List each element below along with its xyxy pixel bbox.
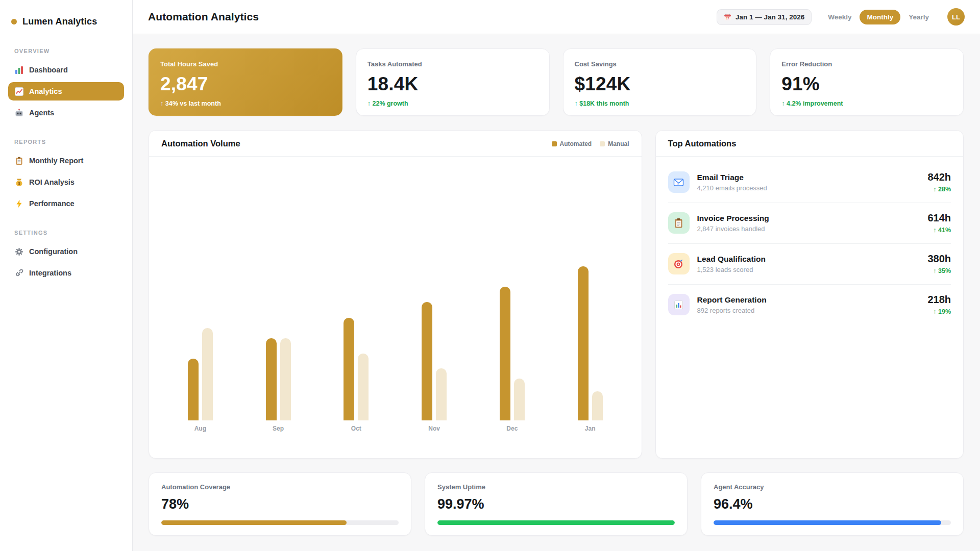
stat-card-total-hours-saved: Total Hours Saved 2,847 ↑ 34% vs last mo… xyxy=(149,48,342,116)
automation-volume-panel: Automation Volume Automated Manual AugSe… xyxy=(149,130,642,459)
topbar: Automation Analytics 17 Jan 1 — Jan 31, … xyxy=(133,0,980,34)
auto-metrics: 380h ↑ 35% xyxy=(927,253,951,274)
stat-label: Tasks Automated xyxy=(368,60,538,68)
kpi-label: Automation Coverage xyxy=(161,483,399,491)
nav-section-label: SETTINGS xyxy=(8,230,124,236)
avatar[interactable]: LL xyxy=(947,8,965,26)
bar-group-oct: Oct xyxy=(344,318,369,432)
kpi-card-agent-accuracy: Agent Accuracy 96.4% xyxy=(701,472,964,536)
auto-text: Invoice Processing 2,847 invoices handle… xyxy=(697,214,769,233)
range-tabs: Weekly Monthly Yearly xyxy=(821,10,936,24)
panel-head: Top Automations xyxy=(656,131,963,157)
legend-swatch-manual xyxy=(600,141,605,146)
bar-group-sep: Sep xyxy=(266,338,291,432)
automation-name: Email Triage xyxy=(697,173,767,182)
link-icon xyxy=(14,268,23,278)
sidebar-item-label: Performance xyxy=(29,199,75,208)
kpi-value: 99.97% xyxy=(437,496,675,512)
page-title: Automation Analytics xyxy=(148,11,259,23)
kpi-label: System Uptime xyxy=(437,483,675,491)
topbar-right: 17 Jan 1 — Jan 31, 2026 Weekly Monthly Y… xyxy=(717,8,965,26)
sidebar-item-roi-analysis[interactable]: $ ROI Analysis xyxy=(8,173,124,191)
legend-swatch-automated xyxy=(552,141,557,146)
stat-value: 2,847 xyxy=(160,73,331,95)
tab-monthly[interactable]: Monthly xyxy=(860,10,900,24)
auto-metrics: 842h ↑ 28% xyxy=(927,171,951,193)
automation-delta: ↑ 41% xyxy=(927,227,951,234)
x-axis-label: Dec xyxy=(506,425,518,432)
x-axis-label: Sep xyxy=(273,425,284,432)
stat-card-tasks-automated: Tasks Automated 18.4K ↑ 22% growth xyxy=(356,48,550,116)
sidebar-item-analytics[interactable]: Analytics xyxy=(8,82,124,101)
sidebar-item-agents[interactable]: Agents xyxy=(8,104,124,122)
sidebar-item-label: ROI Analysis xyxy=(29,178,75,186)
gear-icon xyxy=(14,247,23,256)
top-automations-list: E Email Triage 4,210 emails processed 84… xyxy=(656,157,963,330)
kpi-label: Agent Accuracy xyxy=(714,483,951,491)
x-axis-label: Aug xyxy=(194,425,206,432)
automation-name: Invoice Processing xyxy=(697,214,769,223)
tab-weekly[interactable]: Weekly xyxy=(821,10,859,24)
calendar-icon: 17 xyxy=(724,13,731,21)
bar-automated-nov xyxy=(422,302,432,420)
legend-label: Automated xyxy=(560,140,592,147)
progress-fill xyxy=(714,520,941,525)
auto-metrics: 614h ↑ 41% xyxy=(927,212,951,234)
bar-manual-jan xyxy=(592,391,603,420)
auto-text: Email Triage 4,210 emails processed xyxy=(697,173,767,192)
progress-track xyxy=(437,520,675,525)
bar-chart-icon xyxy=(14,65,23,74)
top-automations-panel: Top Automations E Email Triage 4,210 ema… xyxy=(655,130,964,459)
progress-track xyxy=(161,520,399,525)
sidebar-item-label: Integrations xyxy=(29,269,71,277)
envelope-icon: E xyxy=(668,171,690,193)
kpi-card-automation-coverage: Automation Coverage 78% xyxy=(149,472,411,536)
list-item-email-triage[interactable]: E Email Triage 4,210 emails processed 84… xyxy=(656,162,963,203)
list-item-lead-qualification[interactable]: Lead Qualification 1,523 leads scored 38… xyxy=(656,243,963,284)
stat-label: Total Hours Saved xyxy=(160,60,331,68)
automation-delta: ↑ 35% xyxy=(927,267,951,274)
list-item-report-generation[interactable]: Report Generation 892 reports created 21… xyxy=(656,284,963,325)
sidebar-item-label: Monthly Report xyxy=(29,157,83,165)
automation-detail: 2,847 invoices handled xyxy=(697,225,769,233)
sidebar-item-integrations[interactable]: Integrations xyxy=(8,264,124,282)
bar-manual-nov xyxy=(436,368,447,420)
sidebar-item-configuration[interactable]: Configuration xyxy=(8,242,124,261)
stat-value: 18.4K xyxy=(368,73,538,95)
bar-automated-dec xyxy=(500,287,510,420)
automation-hours: 614h xyxy=(927,212,951,224)
svg-text:E: E xyxy=(677,182,680,185)
bar-manual-sep xyxy=(280,338,291,420)
bar-automated-oct xyxy=(344,318,354,420)
sidebar-item-dashboard[interactable]: Dashboard xyxy=(8,61,124,79)
list-item-invoice-processing[interactable]: Invoice Processing 2,847 invoices handle… xyxy=(656,203,963,243)
x-axis-label: Oct xyxy=(351,425,361,432)
stats-row: Total Hours Saved 2,847 ↑ 34% vs last mo… xyxy=(149,48,964,116)
robot-icon xyxy=(14,108,23,117)
automation-hours: 218h xyxy=(927,294,951,306)
panel-title: Automation Volume xyxy=(161,139,240,148)
date-range-picker[interactable]: 17 Jan 1 — Jan 31, 2026 xyxy=(717,9,812,25)
automation-detail: 4,210 emails processed xyxy=(697,184,767,192)
clipboard-icon xyxy=(668,212,690,234)
legend-label: Manual xyxy=(608,140,629,147)
stat-value: 91% xyxy=(781,73,952,95)
nav-section-settings: SETTINGS Configuration Integrations xyxy=(8,230,124,282)
bar-chart-icon xyxy=(668,294,690,315)
sidebar-item-monthly-report[interactable]: Monthly Report xyxy=(8,152,124,170)
automation-hours: 380h xyxy=(927,253,951,265)
bar-group-aug: Aug xyxy=(188,328,213,432)
bar-automated-aug xyxy=(188,359,199,420)
bar-manual-oct xyxy=(358,354,369,420)
sidebar-item-label: Dashboard xyxy=(29,66,68,74)
bar-group-dec: Dec xyxy=(500,287,525,432)
automation-volume-chart: AugSepOctNovDecJan xyxy=(149,157,642,458)
panel-title: Top Automations xyxy=(668,139,737,148)
money-bag-icon: $ xyxy=(14,178,23,187)
panel-head: Automation Volume Automated Manual xyxy=(149,131,642,157)
progress-fill xyxy=(161,520,347,525)
sidebar-item-performance[interactable]: Performance xyxy=(8,194,124,213)
stat-delta: ↑ 4.2% improvement xyxy=(781,100,952,107)
stat-label: Cost Savings xyxy=(575,60,745,68)
tab-yearly[interactable]: Yearly xyxy=(901,10,936,24)
